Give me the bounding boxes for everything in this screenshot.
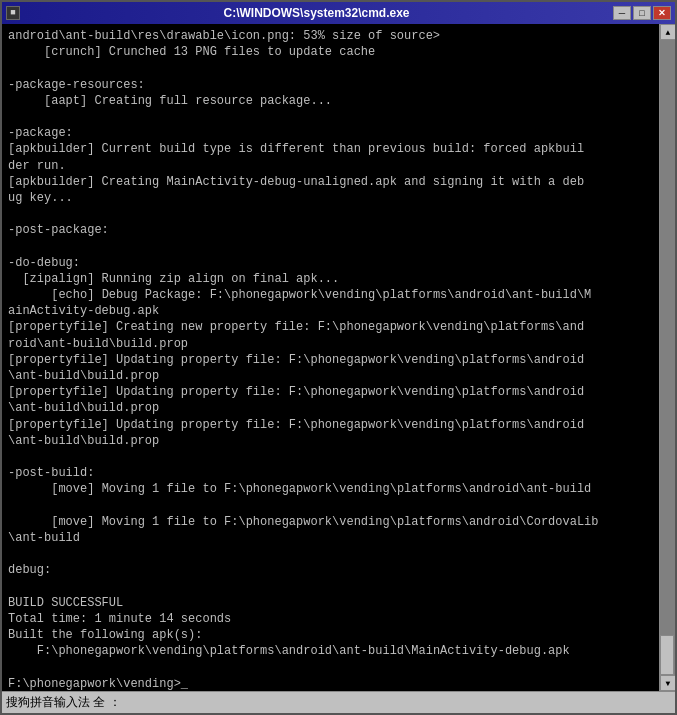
ime-status: 搜狗拼音输入法 全 ： xyxy=(6,694,121,711)
close-button[interactable]: ✕ xyxy=(653,6,671,20)
maximize-button[interactable]: □ xyxy=(633,6,651,20)
status-bar: 搜狗拼音输入法 全 ： xyxy=(2,691,675,713)
scroll-down-button[interactable]: ▼ xyxy=(660,675,675,691)
terminal-output[interactable]: android\ant-build\res\drawable\icon.png:… xyxy=(2,24,659,691)
window-controls: ─ □ ✕ xyxy=(613,6,671,20)
title-bar: ■ C:\WINDOWS\system32\cmd.exe ─ □ ✕ xyxy=(2,2,675,24)
scroll-up-button[interactable]: ▲ xyxy=(660,24,675,40)
scroll-track[interactable] xyxy=(660,40,675,675)
window-icon: ■ xyxy=(6,6,20,20)
scroll-thumb[interactable] xyxy=(660,635,674,675)
minimize-button[interactable]: ─ xyxy=(613,6,631,20)
scrollbar[interactable]: ▲ ▼ xyxy=(659,24,675,691)
cmd-window: ■ C:\WINDOWS\system32\cmd.exe ─ □ ✕ andr… xyxy=(0,0,677,715)
window-title: C:\WINDOWS\system32\cmd.exe xyxy=(20,6,613,20)
terminal-area: android\ant-build\res\drawable\icon.png:… xyxy=(2,24,675,691)
